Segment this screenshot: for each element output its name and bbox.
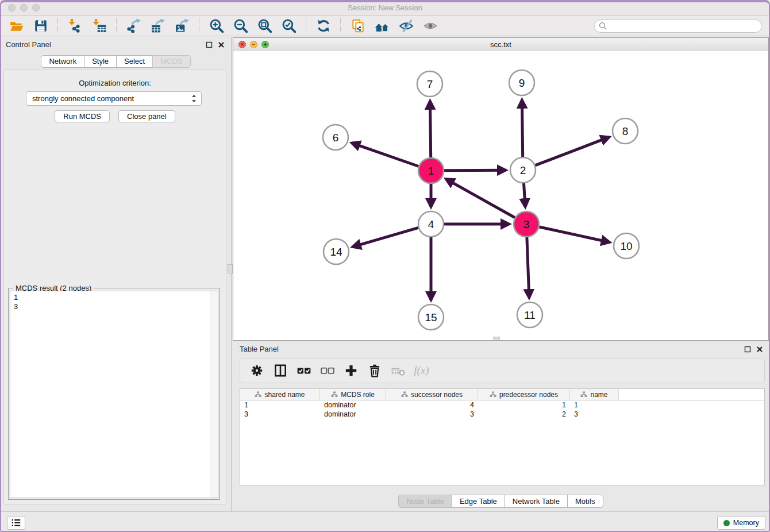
edge-1-7[interactable] [430,101,430,158]
node-1[interactable]: 1 [418,158,444,183]
table-row[interactable]: 1dominator411 [240,400,764,410]
duplicate-network-button[interactable] [349,18,367,34]
node-8[interactable]: 8 [613,118,638,144]
zoom-in-icon [209,18,224,33]
column-header-shared-name[interactable]: shared name [240,389,320,400]
criterion-dropdown[interactable]: strongly connected component [26,91,202,106]
zoom-fit-button[interactable] [256,18,274,34]
import-network-button[interactable] [67,18,84,34]
tab-mcds[interactable]: MCDS [152,55,190,68]
hide-panel-icon [399,18,414,33]
cell-name[interactable]: 3 [570,410,619,419]
mcds-result-area[interactable]: 13 [10,291,218,498]
cell-name[interactable]: 1 [570,400,619,410]
edge-2-9[interactable] [522,100,522,157]
edge-1-6[interactable] [352,143,419,167]
tab-style[interactable]: Style [84,55,117,68]
network-resize-grip[interactable] [493,337,500,340]
tab-network[interactable]: Network [41,55,84,68]
select-all-button[interactable] [293,363,314,379]
tab-edge-table[interactable]: Edge Table [452,495,505,508]
delete-table-button[interactable] [387,363,409,379]
cell-successor-nodes[interactable]: 4 [386,400,478,410]
settings-button[interactable] [246,363,267,379]
cell-predecessor-nodes[interactable]: 1 [478,400,570,410]
column-header-name[interactable]: name [570,389,619,400]
zoom-out-button[interactable] [232,18,249,34]
column-header-successor-nodes[interactable]: successor nodes [386,389,478,400]
status-bar: Memory [0,511,770,532]
tab-select[interactable]: Select [116,55,153,68]
home-layout-button[interactable] [374,18,391,34]
cell-mcds-role[interactable]: dominator [320,410,386,419]
table-float-panel-icon[interactable] [744,345,751,353]
select-all-icon [297,363,311,378]
deselect-all-button[interactable] [317,363,338,379]
mcds-panel: Optimization criterion: strongly connect… [3,69,226,505]
edge-4-14[interactable] [353,228,419,246]
refresh-button[interactable] [315,18,332,34]
cell-predecessor-nodes[interactable]: 2 [478,410,570,419]
edge-2-8[interactable] [535,137,609,165]
node-2[interactable]: 2 [510,157,536,183]
node-10[interactable]: 10 [614,233,639,259]
zoom-selected-button[interactable] [280,18,298,34]
table-row[interactable]: 3dominator323 [240,410,764,419]
hide-panel-button[interactable] [398,18,415,34]
export-network-button[interactable] [125,18,143,34]
import-table-button[interactable] [91,18,108,34]
edge-3-10[interactable] [538,227,609,242]
cell-shared-name[interactable]: 3 [240,410,320,419]
criterion-value: strongly connected component [32,94,134,103]
table-panel: Table Panel f(x) shared nameMCDS rolesuc… [233,342,769,511]
column-label: successor nodes [411,391,463,399]
titlebar: Session: New Session [0,0,770,16]
export-table-button[interactable] [149,18,167,34]
function-builder-button[interactable]: f(x) [411,363,432,379]
column-header-mcds-role[interactable]: MCDS role [320,389,386,400]
search-input[interactable] [594,20,762,33]
splitter-grip[interactable] [228,264,233,273]
tab-node-table[interactable]: Node Table [398,495,452,508]
network-window-titlebar[interactable]: × − + scc.txt [233,38,768,52]
cell-shared-name[interactable]: 1 [240,400,320,410]
cell-successor-nodes[interactable]: 3 [386,410,478,419]
export-image-button[interactable] [174,18,191,34]
node-3[interactable]: 3 [514,211,539,237]
node-6[interactable]: 6 [323,125,348,150]
node-7[interactable]: 7 [417,71,442,97]
add-column-button[interactable] [340,363,361,379]
node-4[interactable]: 4 [418,211,444,237]
panel-splitter[interactable] [232,37,232,511]
node-11[interactable]: 11 [517,302,542,327]
edge-3-1[interactable] [446,179,515,218]
column-label: name [590,391,607,399]
run-mcds-button[interactable]: Run MCDS [55,110,110,122]
task-history-button[interactable] [7,516,25,530]
table-close-panel-icon[interactable] [756,345,763,353]
save-session-button[interactable] [32,18,49,34]
column-header-predecessor-nodes[interactable]: predecessor nodes [478,389,570,400]
two-columns-button[interactable] [270,363,291,379]
open-file-button[interactable] [8,18,25,34]
tab-motifs[interactable]: Motifs [567,495,603,508]
node-15[interactable]: 15 [418,304,444,330]
node-9[interactable]: 9 [509,70,534,95]
cell-mcds-role[interactable]: dominator [320,400,386,410]
edge-1-2[interactable] [444,170,506,171]
node-14[interactable]: 14 [324,239,349,264]
close-panel-icon[interactable] [217,41,225,48]
memory-button[interactable]: Memory [717,516,765,530]
edge-3-11[interactable] [527,237,529,298]
tab-network-table[interactable]: Network Table [505,495,568,508]
dropdown-chevrons-icon [191,94,197,103]
node-label: 8 [622,125,629,137]
delete-column-button[interactable] [364,363,385,379]
zoom-in-button[interactable] [208,18,225,34]
network-canvas[interactable]: 1234678910111415 [233,51,768,340]
result-scrollbar[interactable] [210,291,218,498]
show-panel-button[interactable] [422,18,439,34]
edge-2-3[interactable] [523,183,525,207]
float-panel-icon[interactable] [205,41,213,48]
close-panel-button[interactable]: Close panel [118,110,175,122]
